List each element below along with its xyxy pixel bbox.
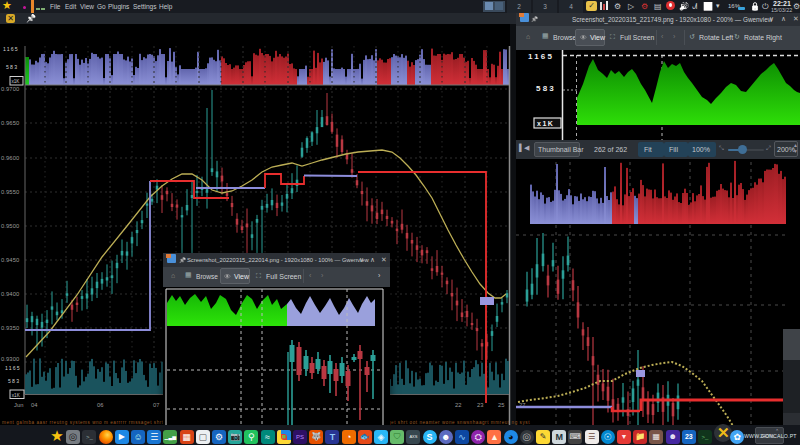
svg-text:x1K: x1K [12,393,21,398]
svg-text:583: 583 [8,378,20,384]
svg-text:0.9700: 0.9700 [1,86,19,92]
svg-text:0.9400: 0.9400 [1,291,19,297]
svg-text:Jun: Jun [14,402,24,408]
svg-text:0.9350: 0.9350 [1,325,19,331]
svg-text:0.9550: 0.9550 [1,189,19,195]
svg-text:1165: 1165 [3,46,19,52]
svg-text:1165: 1165 [528,52,554,61]
svg-text:06: 06 [97,402,104,408]
svg-text:0.9300: 0.9300 [1,356,19,362]
svg-text:22: 22 [455,402,462,408]
svg-text:x1K: x1K [12,79,21,84]
svg-text:0.9650: 0.9650 [1,120,19,126]
svg-text:04: 04 [31,402,38,408]
svg-text:583: 583 [6,64,18,70]
svg-text:0.9600: 0.9600 [1,155,19,161]
svg-text:x1K: x1K [537,120,554,127]
svg-text:0.9500: 0.9500 [1,223,19,229]
svg-text:583: 583 [536,84,556,93]
svg-text:23: 23 [477,402,484,408]
svg-text:25: 25 [498,402,505,408]
svg-text:0.9450: 0.9450 [1,257,19,263]
svg-text:1165: 1165 [5,365,21,371]
svg-text:07: 07 [153,402,160,408]
